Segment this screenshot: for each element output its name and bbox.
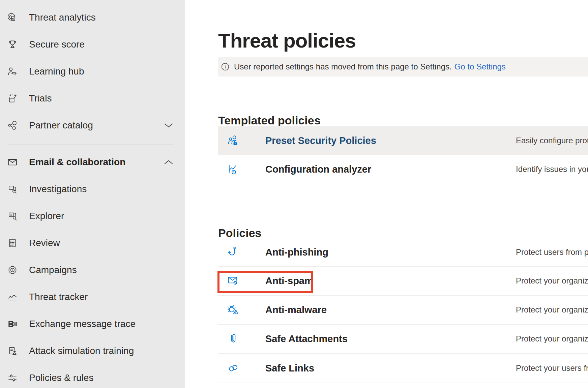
sidebar-email-group: Email & collaboration Investigat [0,149,185,388]
sidebar-item-attack-simulation-training[interactable]: Attack simulation training [0,337,185,364]
sidebar-item-label: Review [29,238,60,248]
sidebar: Threat analytics Secure score [0,0,185,388]
row-description: Protect users from p [516,247,588,257]
investigations-icon [7,183,18,195]
threat-tracker-icon [7,291,18,303]
trials-icon [7,93,18,104]
sidebar-item-label: Threat analytics [29,12,96,23]
row-description: Protect your organiz [516,305,588,315]
chevron-up-icon[interactable] [164,160,173,165]
sidebar-item-label: Trials [29,93,52,104]
row-description: Protect your organiz [516,276,588,286]
sidebar-item-threat-analytics[interactable]: Threat analytics [0,4,185,31]
partner-catalog-icon [7,120,18,131]
policies-rules-icon [7,372,18,384]
exchange-icon [7,318,18,330]
main-content: Threat policies User reported settings h… [185,0,588,388]
safe-links-icon [227,362,240,375]
sidebar-item-label: Campaigns [29,265,77,275]
row-safe-links[interactable]: Safe Links Protect your users fr [218,353,588,383]
sidebar-item-label: Exchange message trace [29,319,136,329]
row-anti-spam[interactable]: Anti-spam Protect your organiz [218,266,588,296]
sidebar-item-label: Policies & rules [29,372,93,383]
review-icon [7,237,18,249]
sidebar-item-exchange-message-trace[interactable]: Exchange message trace [0,310,185,337]
anti-malware-icon [227,303,240,316]
banner-message: User reported settings has moved from th… [234,62,452,71]
sidebar-item-investigations[interactable]: Investigations [0,176,185,203]
sidebar-item-label: Secure score [29,39,85,50]
explorer-icon [7,210,18,222]
sidebar-item-label: Attack simulation training [29,346,134,356]
page-title: Threat policies [218,29,356,52]
sidebar-item-explorer[interactable]: Explorer [0,203,185,230]
row-anti-malware[interactable]: Anti-malware Protect your organiz [218,295,588,325]
sidebar-item-threat-tracker[interactable]: Threat tracker [0,283,185,310]
info-banner: User reported settings has moved from th… [218,57,588,77]
campaigns-icon [7,264,18,276]
row-preset-security-policies[interactable]: Preset Security Policies Easily configur… [218,126,588,155]
configuration-analyzer-icon [227,163,240,176]
secure-score-icon [7,39,18,50]
sidebar-item-label: Explorer [29,211,64,221]
info-icon [221,63,229,71]
sidebar-item-campaigns[interactable]: Campaigns [0,257,185,283]
sidebar-item-learning-hub[interactable]: Learning hub [0,58,185,85]
sidebar-item-policies-rules[interactable]: Policies & rules [0,364,185,388]
row-description: Easily configure prot [516,136,588,145]
attack-simulation-icon [7,345,18,357]
row-label: Safe Attachments [265,333,348,345]
row-label: Preset Security Policies [265,135,376,146]
go-to-settings-link[interactable]: Go to Settings [454,62,506,71]
sidebar-item-label: Threat tracker [29,292,88,302]
anti-phishing-icon [227,246,240,259]
sidebar-divider [7,145,174,145]
templated-policies-heading: Templated policies [218,114,321,127]
row-description: Protect your users fr [516,363,588,373]
anti-spam-icon [227,274,240,287]
row-safe-attachments[interactable]: Safe Attachments Protect your organiz [218,324,588,354]
preset-security-icon [227,134,240,147]
sidebar-item-secure-score[interactable]: Secure score [0,31,185,58]
row-label: Anti-phishing [265,246,328,258]
row-label: Configuration analyzer [265,164,371,175]
sidebar-item-trials[interactable]: Trials [0,85,185,112]
row-anti-phishing[interactable]: Anti-phishing Protect users from p [218,238,588,267]
sidebar-item-partner-catalog[interactable]: Partner catalog [0,112,185,139]
row-label: Anti-spam [265,275,313,287]
row-label: Safe Links [265,362,314,374]
sidebar-item-label: Email & collaboration [29,157,125,168]
sidebar-item-review[interactable]: Review [0,230,185,257]
sidebar-top-group: Threat analytics Secure score [0,0,185,139]
row-description: Protect your organiz [516,334,588,344]
row-configuration-analyzer[interactable]: Configuration analyzer Identify issues i… [218,155,588,184]
chevron-down-icon[interactable] [164,123,173,128]
learning-hub-icon [7,66,18,77]
threat-analytics-icon [7,12,18,23]
email-icon [7,156,18,168]
sidebar-item-label: Learning hub [29,66,84,77]
sidebar-item-email-collaboration[interactable]: Email & collaboration [0,149,185,176]
sidebar-item-label: Partner catalog [29,120,93,131]
defender-portal-screen: Threat analytics Secure score [0,0,588,388]
safe-attachments-icon [227,332,240,345]
row-label: Anti-malware [265,304,327,316]
row-description: Identify issues in you [516,165,588,174]
sidebar-item-label: Investigations [29,184,87,195]
